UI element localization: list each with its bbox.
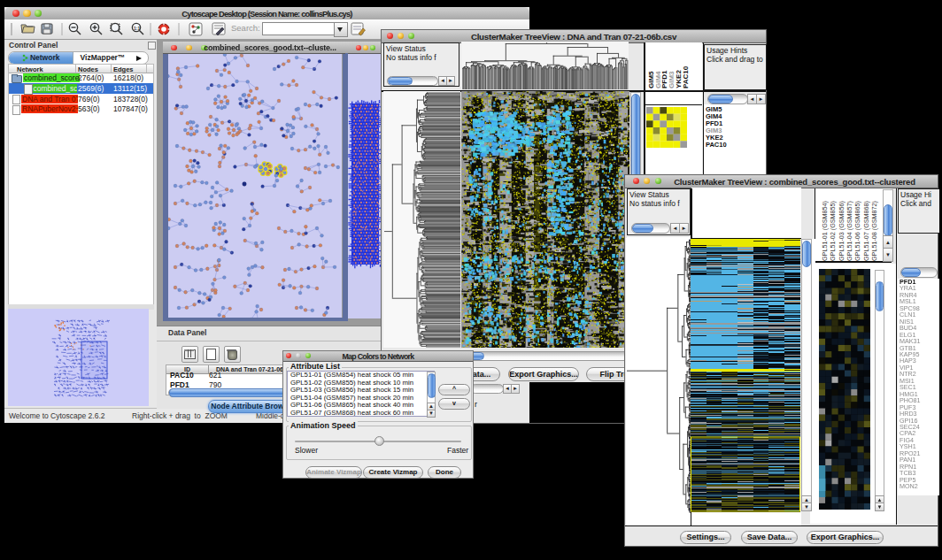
- svg-text:1:1: 1:1: [134, 26, 140, 31]
